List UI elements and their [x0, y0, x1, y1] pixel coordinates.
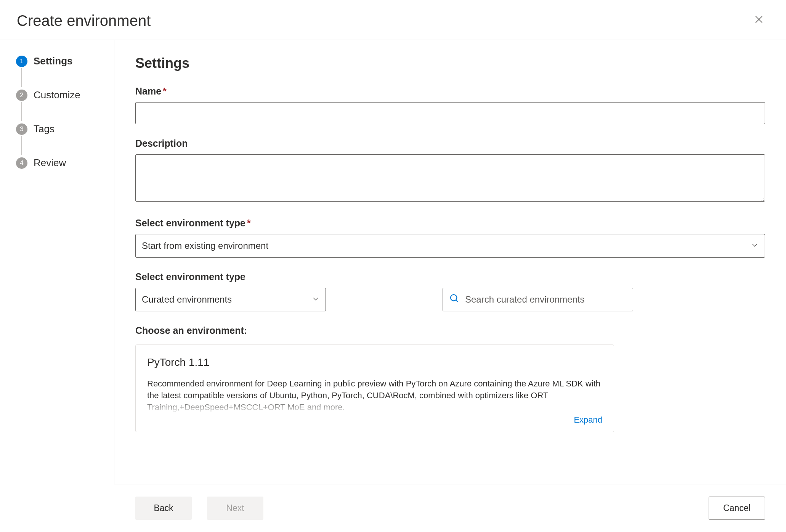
- search-input[interactable]: [465, 294, 627, 305]
- env-type-group: Select environment type* Start from exis…: [135, 218, 765, 258]
- step-number-badge: 4: [16, 157, 27, 169]
- step-list: 1 Settings 2 Customize 3 Tags 4 Review: [16, 55, 114, 169]
- required-asterisk: *: [247, 218, 251, 228]
- chevron-down-icon: [312, 294, 319, 305]
- expand-link[interactable]: Expand: [147, 415, 602, 425]
- environment-card[interactable]: PyTorch 1.11 Recommended environment for…: [135, 345, 614, 432]
- step-number-badge: 2: [16, 90, 27, 101]
- name-label: Name*: [135, 86, 765, 97]
- description-group: Description: [135, 138, 765, 204]
- section-title: Settings: [135, 55, 765, 71]
- step-customize[interactable]: 2 Customize: [16, 89, 114, 123]
- dialog-footer: Back Next Cancel: [114, 484, 786, 532]
- wizard-sidebar: 1 Settings 2 Customize 3 Tags 4 Review: [0, 40, 114, 484]
- name-group: Name*: [135, 86, 765, 124]
- description-textarea[interactable]: [135, 154, 765, 202]
- environment-card-description: Recommended environment for Deep Learnin…: [147, 378, 602, 413]
- step-number-badge: 1: [16, 56, 27, 67]
- step-settings[interactable]: 1 Settings: [16, 55, 114, 89]
- main-panel: Settings Name* Description Select enviro…: [114, 40, 786, 484]
- env-subtype-group: Select environment type Curated environm…: [135, 271, 765, 311]
- dialog-header: Create environment: [0, 0, 786, 40]
- description-label: Description: [135, 138, 765, 149]
- search-box[interactable]: [443, 288, 633, 311]
- env-subtype-label: Select environment type: [135, 271, 765, 282]
- choose-env-heading: Choose an environment:: [135, 325, 765, 336]
- close-icon: [754, 15, 764, 27]
- required-asterisk: *: [163, 86, 167, 96]
- name-input[interactable]: [135, 102, 765, 124]
- next-button[interactable]: Next: [207, 497, 263, 520]
- env-subtype-select[interactable]: Curated environments: [135, 288, 326, 311]
- step-number-badge: 3: [16, 123, 27, 135]
- step-label: Settings: [34, 55, 73, 67]
- svg-point-0: [451, 295, 457, 301]
- env-type-label: Select environment type*: [135, 218, 765, 229]
- dialog-body: 1 Settings 2 Customize 3 Tags 4 Review S…: [0, 40, 786, 484]
- search-icon: [449, 293, 460, 306]
- dialog-title: Create environment: [17, 12, 151, 29]
- env-type-select[interactable]: Start from existing environment: [135, 234, 765, 258]
- env-subtype-value: Curated environments: [142, 294, 232, 305]
- cancel-button[interactable]: Cancel: [709, 497, 765, 520]
- step-tags[interactable]: 3 Tags: [16, 123, 114, 157]
- environment-card-title: PyTorch 1.11: [147, 356, 602, 369]
- chevron-down-icon: [751, 240, 759, 251]
- back-button[interactable]: Back: [135, 497, 192, 520]
- step-review[interactable]: 4 Review: [16, 157, 114, 169]
- step-label: Tags: [34, 123, 55, 135]
- close-button[interactable]: [751, 11, 767, 30]
- footer-left: Back Next: [135, 497, 263, 520]
- step-label: Review: [34, 157, 66, 169]
- env-type-value: Start from existing environment: [142, 240, 268, 251]
- step-label: Customize: [34, 89, 80, 101]
